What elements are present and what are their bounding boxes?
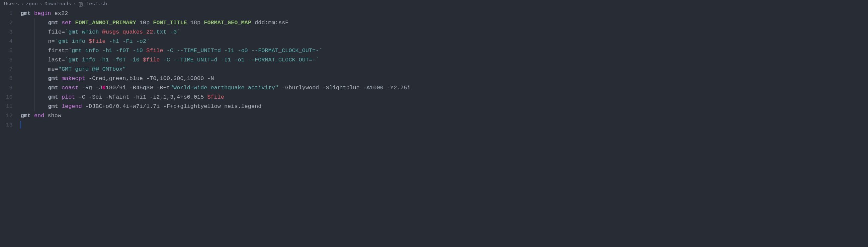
code-line[interactable]: gmt set FONT_ANNOT_PRIMARY 10p FONT_TITL…	[21, 18, 868, 28]
code-token: $file	[146, 46, 163, 56]
code-token: $file	[89, 37, 105, 46]
code-token	[58, 74, 61, 83]
code-token: me=	[48, 65, 58, 74]
code-line[interactable]: gmt coast -Rg -JK180/9i -B45g30 -B+t"Wor…	[21, 83, 868, 93]
code-line[interactable]	[21, 121, 868, 130]
code-line[interactable]: gmt legend -DJBC+o0/0.4i+w7i/1.7i -F+p+g…	[21, 102, 868, 111]
code-token	[72, 18, 75, 28]
code-token: "World-wide earthquake activity"	[170, 83, 278, 93]
code-token: `gmt info	[55, 37, 89, 46]
code-token: @usgs_quakes_22	[102, 28, 153, 37]
code-area[interactable]: gmt begin ex22 gmt set FONT_ANNOT_PRIMAR…	[21, 9, 868, 130]
code-token: -C -Sci -Wfaint -hi1 -i2,1,3,4+s0.015	[75, 93, 207, 102]
code-token: begin	[34, 9, 51, 18]
line-number: 1	[0, 9, 12, 18]
line-number: 6	[0, 56, 12, 65]
code-token: gmt	[48, 102, 58, 111]
code-token: gmt	[48, 74, 58, 83]
code-token: makecpt	[61, 74, 85, 83]
line-number: 8	[0, 74, 12, 83]
code-token: file=	[48, 28, 65, 37]
code-token: legend	[61, 102, 82, 111]
code-line[interactable]: gmt begin ex22	[21, 9, 868, 18]
code-token: .txt -G`	[153, 28, 180, 37]
code-token: -C --TIME_UNIT=d -I1 -o0 --FORMAT_CLOCK_…	[163, 46, 322, 56]
code-line[interactable]: gmt plot -C -Sci -Wfaint -hi1 -i2,1,3,4+…	[21, 93, 868, 102]
breadcrumb-file[interactable]: test.sh	[86, 1, 107, 7]
code-token: 10p	[136, 18, 153, 28]
code-token: -Gburlywood -Slightblue -A1000 -Y2.75i	[278, 83, 410, 93]
code-token: "GMT guru @@ GMTbox"	[58, 65, 126, 74]
code-token: plot	[61, 93, 75, 102]
code-token: gmt	[21, 9, 31, 18]
code-token	[58, 102, 61, 111]
line-number: 12	[0, 111, 12, 121]
code-token	[58, 93, 61, 102]
code-token: FONT_TITLE	[153, 18, 187, 28]
code-token: -C --TIME_UNIT=d -I1 -o1 --FORMAT_CLOCK_…	[160, 56, 319, 65]
code-line[interactable]: file=`gmt which @usgs_quakes_22.txt -G`	[21, 28, 868, 37]
code-line[interactable]: gmt end show	[21, 111, 868, 121]
code-token: gmt	[48, 93, 58, 102]
code-token: ddd:mm:ssF	[251, 18, 288, 28]
code-token: -Rg -J	[79, 83, 102, 93]
code-line[interactable]: me="GMT guru @@ GMTbox"	[21, 65, 868, 74]
code-token: 180/9i -B45g30 -B+t	[105, 83, 170, 93]
code-token	[58, 83, 61, 93]
line-number: 7	[0, 65, 12, 74]
code-token: -Cred,green,blue -T0,100,300,10000 -N	[85, 74, 214, 83]
breadcrumb-part[interactable]: Users	[4, 1, 19, 7]
code-token: `gmt info -h1 -f0T -i0	[68, 46, 147, 56]
code-token: first=	[48, 46, 68, 56]
breadcrumb-part[interactable]: Downloads	[44, 1, 71, 7]
line-number: 3	[0, 28, 12, 37]
code-token: `gmt which	[65, 28, 102, 37]
code-token: K	[102, 83, 105, 93]
breadcrumb-part[interactable]: zguo	[26, 1, 37, 7]
code-token: -DJBC+o0/0.4i+w7i/1.7i -F+p+glightyellow…	[82, 102, 262, 111]
code-token: last=	[48, 56, 65, 65]
code-token: gmt	[21, 111, 31, 121]
chevron-right-icon: ›	[39, 2, 42, 7]
code-token	[58, 18, 61, 28]
code-token: ex22	[55, 9, 68, 18]
line-number: 9	[0, 83, 12, 93]
code-token: gmt	[48, 83, 58, 93]
breadcrumb[interactable]: Users › zguo › Downloads › test.sh	[0, 0, 868, 8]
line-number: 13	[0, 121, 12, 130]
code-line[interactable]: gmt makecpt -Cred,green,blue -T0,100,300…	[21, 74, 868, 83]
code-line[interactable]: first=`gmt info -h1 -f0T -i0 $file -C --…	[21, 46, 868, 56]
chevron-right-icon: ›	[73, 2, 76, 7]
code-token: gmt	[48, 18, 58, 28]
line-number: 4	[0, 37, 12, 46]
text-cursor	[21, 121, 21, 128]
code-token	[31, 9, 34, 18]
code-token: -h1 -Fi -o2`	[105, 37, 150, 46]
code-token: show	[44, 111, 61, 121]
line-number: 5	[0, 46, 12, 56]
code-line[interactable]: n=`gmt info $file -h1 -Fi -o2`	[21, 37, 868, 46]
code-token: 18p	[187, 18, 204, 28]
code-token	[31, 111, 34, 121]
code-token: n=	[48, 37, 55, 46]
line-number: 2	[0, 18, 12, 28]
line-number: 11	[0, 102, 12, 111]
code-editor[interactable]: 12345678910111213 gmt begin ex22 gmt set…	[0, 8, 868, 130]
code-token: $file	[207, 93, 224, 102]
code-token: FONT_ANNOT_PRIMARY	[75, 18, 136, 28]
line-number-gutter: 12345678910111213	[0, 9, 21, 130]
code-token: `gmt info -h1 -f0T -i0	[65, 56, 143, 65]
chevron-right-icon: ›	[21, 2, 24, 7]
code-token: set	[61, 18, 72, 28]
line-number: 10	[0, 93, 12, 102]
code-token: $file	[143, 56, 160, 65]
code-token	[51, 9, 55, 18]
code-token: coast	[61, 83, 79, 93]
code-line[interactable]: last=`gmt info -h1 -f0T -i0 $file -C --T…	[21, 56, 868, 65]
code-token: FORMAT_GEO_MAP	[204, 18, 251, 28]
code-token: end	[34, 111, 44, 121]
file-icon	[78, 2, 83, 7]
